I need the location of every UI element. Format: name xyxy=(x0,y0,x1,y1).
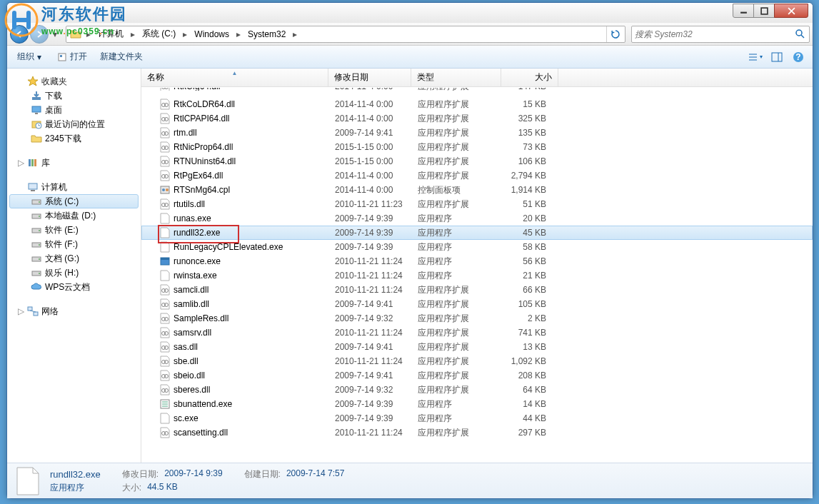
file-row[interactable]: sas.dll 2009-7-14 9:41 应用程序扩展 13 KB xyxy=(141,340,813,354)
file-row[interactable]: RtkCfg64.dll 2014-11-4 0:00 应用程序扩展 147 K… xyxy=(141,87,813,97)
file-preview-icon xyxy=(14,465,41,497)
close-button[interactable] xyxy=(774,4,808,18)
file-row[interactable]: rwinsta.exe 2010-11-21 11:24 应用程序 21 KB xyxy=(141,268,813,283)
sidebar-favorites-header[interactable]: 收藏夹 xyxy=(7,74,141,89)
breadcrumb-item[interactable]: 系统 (C:) xyxy=(138,26,180,42)
file-row[interactable]: RtkCoLDR64.dll 2014-11-4 0:00 应用程序扩展 15 … xyxy=(141,97,813,111)
file-type: 应用程序扩展 xyxy=(412,369,502,382)
file-icon xyxy=(159,270,171,281)
sidebar-libraries-header[interactable]: ▷ 库 xyxy=(7,156,141,170)
sidebar-item[interactable]: 软件 (E:) xyxy=(7,223,141,237)
sidebar-item[interactable]: 桌面 xyxy=(7,103,141,117)
file-row[interactable]: samsrv.dll 2010-11-21 11:24 应用程序扩展 741 K… xyxy=(141,326,813,340)
sidebar-item[interactable]: 软件 (F:) xyxy=(7,237,141,251)
file-list-body[interactable]: RtkCfg64.dll 2014-11-4 0:00 应用程序扩展 147 K… xyxy=(141,87,813,463)
search-input[interactable] xyxy=(635,29,795,39)
details-type: 应用程序 xyxy=(50,482,101,494)
minimize-button[interactable] xyxy=(733,4,754,18)
view-options-button[interactable]: ▾ xyxy=(745,49,765,66)
file-row[interactable]: rtutils.dll 2010-11-21 11:23 应用程序扩展 51 K… xyxy=(141,197,813,211)
organize-button[interactable]: 组织▾ xyxy=(11,49,50,66)
file-date: 2009-7-14 9:39 xyxy=(329,226,412,239)
file-type: 应用程序 xyxy=(412,212,502,225)
svg-rect-18 xyxy=(35,113,38,114)
svg-rect-2 xyxy=(761,8,768,14)
breadcrumb-bar[interactable]: ▸ 计算机▸系统 (C:)▸Windows▸System32▸ xyxy=(66,26,625,43)
column-type[interactable]: 类型 xyxy=(411,69,501,86)
sidebar-network-header[interactable]: ▷ 网络 xyxy=(7,304,141,318)
preview-pane-button[interactable] xyxy=(767,49,787,66)
file-row[interactable]: rundll32.exe 2009-7-14 9:39 应用程序 45 KB xyxy=(141,226,813,240)
nav-bar: ▾ ▸ 计算机▸系统 (C:)▸Windows▸System32▸ xyxy=(7,23,813,46)
file-row[interactable]: runonce.exe 2010-11-21 11:24 应用程序 56 KB xyxy=(141,254,813,268)
refresh-button[interactable] xyxy=(606,26,623,42)
file-row[interactable]: rtm.dll 2009-7-14 9:41 应用程序扩展 135 KB xyxy=(141,126,813,140)
desktop-icon xyxy=(31,104,42,116)
explorer-window: ▾ ▸ 计算机▸系统 (C:)▸Windows▸System32▸ 组织▾ 打开… xyxy=(6,2,813,499)
help-button[interactable]: ? xyxy=(788,49,808,66)
file-row[interactable]: RtNicProp64.dll 2015-1-15 0:00 应用程序扩展 73… xyxy=(141,140,813,154)
sidebar-computer-header[interactable]: 计算机 xyxy=(7,180,141,194)
svg-point-56 xyxy=(162,188,165,191)
file-row[interactable]: sbe.dll 2010-11-21 11:24 应用程序扩展 1,092 KB xyxy=(141,354,813,368)
titlebar[interactable] xyxy=(7,3,813,23)
expand-icon[interactable] xyxy=(17,78,24,85)
file-row[interactable]: RTSnMg64.cpl 2014-11-4 0:00 控制面板项 1,914 … xyxy=(141,183,813,197)
file-row[interactable]: samlib.dll 2009-7-14 9:41 应用程序扩展 105 KB xyxy=(141,297,813,311)
file-row[interactable]: RTNUninst64.dll 2015-1-15 0:00 应用程序扩展 10… xyxy=(141,154,813,168)
file-row[interactable]: runas.exe 2009-7-14 9:39 应用程序 20 KB xyxy=(141,211,813,226)
sidebar-item[interactable]: 娱乐 (H:) xyxy=(7,266,141,280)
breadcrumb-chevron-icon[interactable]: ▸ xyxy=(128,26,138,42)
column-size[interactable]: 大小 xyxy=(501,69,558,86)
expand-icon[interactable]: ▷ xyxy=(17,159,24,166)
file-row[interactable]: RtlCPAPI64.dll 2014-11-4 0:00 应用程序扩展 325… xyxy=(141,111,813,126)
file-row[interactable]: sc.exe 2009-7-14 9:39 应用程序 44 KB xyxy=(141,411,813,425)
sidebar-item[interactable]: 文档 (G:) xyxy=(7,251,141,266)
file-name: samsrv.dll xyxy=(174,328,211,338)
file-row[interactable]: sbeio.dll 2009-7-14 9:41 应用程序扩展 208 KB xyxy=(141,368,813,383)
file-date: 2014-11-4 0:00 xyxy=(329,183,412,196)
column-date[interactable]: 修改日期 xyxy=(328,69,411,86)
search-icon[interactable] xyxy=(795,29,806,40)
maximize-button[interactable] xyxy=(753,4,775,18)
breadcrumb-item[interactable]: Windows xyxy=(190,26,233,42)
network-icon xyxy=(27,306,39,317)
file-name: RTNUninst64.dll xyxy=(174,156,236,166)
file-row[interactable]: SampleRes.dll 2009-7-14 9:32 应用程序扩展 2 KB xyxy=(141,311,813,326)
search-box[interactable] xyxy=(631,26,810,43)
toolbar: 组织▾ 打开 新建文件夹 ▾ ? xyxy=(7,46,813,69)
breadcrumb-chevron-icon[interactable]: ▸ xyxy=(290,26,300,42)
file-row[interactable]: scansetting.dll 2010-11-21 11:24 应用程序扩展 … xyxy=(141,425,813,440)
expand-icon[interactable] xyxy=(17,183,24,191)
breadcrumb-chevron-icon[interactable]: ▸ xyxy=(233,26,243,42)
expand-icon[interactable]: ▷ xyxy=(17,308,24,315)
file-name: RTSnMg64.cpl xyxy=(174,185,230,195)
sidebar-item[interactable]: 下载 xyxy=(7,89,141,103)
sidebar-item[interactable]: WPS云文档 xyxy=(7,280,141,294)
svg-point-37 xyxy=(39,273,40,274)
sidebar-item[interactable]: 本地磁盘 (D:) xyxy=(7,208,141,223)
breadcrumb-item[interactable]: System32 xyxy=(243,26,290,42)
column-name[interactable]: ▲名称 xyxy=(141,69,328,86)
drive-icon xyxy=(31,196,42,207)
sidebar-item[interactable]: 最近访问的位置 xyxy=(7,117,141,131)
open-button[interactable]: 打开 xyxy=(51,49,93,66)
file-type: 应用程序 xyxy=(412,269,502,282)
file-row[interactable]: sbunattend.exe 2009-7-14 9:39 应用程序 14 KB xyxy=(141,397,813,411)
new-folder-button[interactable]: 新建文件夹 xyxy=(94,49,149,66)
file-date: 2009-7-14 9:41 xyxy=(329,369,412,382)
computer-icon xyxy=(27,181,39,193)
file-row[interactable]: RtPgEx64.dll 2014-11-4 0:00 应用程序扩展 2,794… xyxy=(141,168,813,183)
file-row[interactable]: samcli.dll 2010-11-21 11:24 应用程序扩展 66 KB xyxy=(141,283,813,297)
file-type: 应用程序 xyxy=(412,226,502,239)
file-size: 73 KB xyxy=(502,141,559,153)
svg-point-33 xyxy=(39,244,40,246)
file-row[interactable]: sberes.dll 2009-7-14 9:32 应用程序扩展 64 KB xyxy=(141,383,813,397)
file-row[interactable]: RunLegacyCPLElevated.exe 2009-7-14 9:39 … xyxy=(141,240,813,254)
drive-icon xyxy=(31,267,42,278)
file-type: 应用程序扩展 xyxy=(412,126,502,139)
breadcrumb-chevron-icon[interactable]: ▸ xyxy=(180,26,190,42)
sidebar-item[interactable]: 系统 (C:) xyxy=(9,194,139,208)
sidebar-item[interactable]: 2345下载 xyxy=(7,131,141,146)
file-icon xyxy=(159,327,171,338)
